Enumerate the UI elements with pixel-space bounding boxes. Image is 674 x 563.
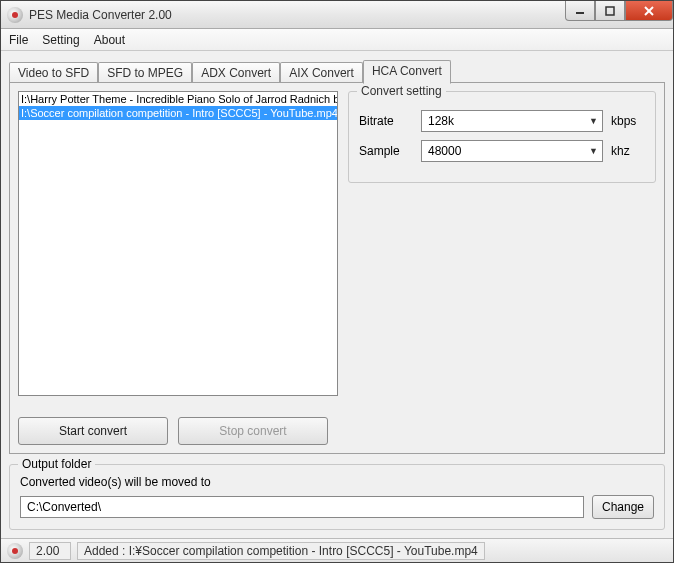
- tab-hca-convert[interactable]: HCA Convert: [363, 60, 451, 84]
- svg-rect-1: [606, 7, 614, 15]
- chevron-down-icon: ▼: [589, 146, 598, 156]
- client-area: Video to SFD SFD to MPEG ADX Convert AIX…: [1, 51, 673, 538]
- change-button[interactable]: Change: [592, 495, 654, 519]
- tab-adx-convert[interactable]: ADX Convert: [192, 62, 280, 83]
- bitrate-combo[interactable]: 128k ▼: [421, 110, 603, 132]
- title-bar: PES Media Converter 2.00: [1, 1, 673, 29]
- app-icon: [7, 7, 23, 23]
- sample-value: 48000: [428, 144, 461, 158]
- start-convert-button[interactable]: Start convert: [18, 417, 168, 445]
- close-icon: [643, 5, 655, 17]
- file-list[interactable]: I:\Harry Potter Theme - Incredible Piano…: [18, 91, 338, 396]
- minimize-button[interactable]: [565, 1, 595, 21]
- bitrate-row: Bitrate 128k ▼ kbps: [359, 110, 645, 132]
- sample-row: Sample 48000 ▼ khz: [359, 140, 645, 162]
- menu-file[interactable]: File: [9, 33, 28, 47]
- sample-label: Sample: [359, 144, 413, 158]
- bitrate-label: Bitrate: [359, 114, 413, 128]
- status-version: 2.00: [29, 542, 71, 560]
- button-row: Start convert Stop convert: [18, 417, 656, 445]
- list-item[interactable]: I:\Harry Potter Theme - Incredible Piano…: [19, 92, 337, 106]
- menu-setting[interactable]: Setting: [42, 33, 79, 47]
- output-folder-legend: Output folder: [18, 457, 95, 471]
- menu-about[interactable]: About: [94, 33, 125, 47]
- output-path-input[interactable]: C:\Converted\: [20, 496, 584, 518]
- tabs-row: Video to SFD SFD to MPEG ADX Convert AIX…: [9, 59, 665, 83]
- stop-convert-button[interactable]: Stop convert: [178, 417, 328, 445]
- convert-settings-group: Convert setting Bitrate 128k ▼ kbps Samp…: [348, 91, 656, 183]
- sample-combo[interactable]: 48000 ▼: [421, 140, 603, 162]
- sample-unit: khz: [611, 144, 645, 158]
- bitrate-unit: kbps: [611, 114, 645, 128]
- maximize-icon: [605, 6, 615, 16]
- window-controls: [565, 1, 673, 21]
- upper-row: I:\Harry Potter Theme - Incredible Piano…: [18, 91, 656, 407]
- maximize-button[interactable]: [595, 1, 625, 21]
- output-row: C:\Converted\ Change: [20, 495, 654, 519]
- window-title: PES Media Converter 2.00: [29, 8, 172, 22]
- close-button[interactable]: [625, 1, 673, 21]
- tab-panel: I:\Harry Potter Theme - Incredible Piano…: [9, 82, 665, 454]
- menu-bar: File Setting About: [1, 29, 673, 51]
- convert-settings-legend: Convert setting: [357, 84, 446, 98]
- status-bar: 2.00 Added : I:¥Soccer compilation compe…: [1, 538, 673, 562]
- output-folder-group: Output folder Converted video(s) will be…: [9, 464, 665, 530]
- tab-sfd-to-mpeg[interactable]: SFD to MPEG: [98, 62, 192, 83]
- app-icon: [7, 543, 23, 559]
- output-hint: Converted video(s) will be moved to: [20, 475, 654, 489]
- minimize-icon: [575, 6, 585, 16]
- tab-aix-convert[interactable]: AIX Convert: [280, 62, 363, 83]
- status-message: Added : I:¥Soccer compilation competitio…: [77, 542, 485, 560]
- app-window: PES Media Converter 2.00 File Setting Ab…: [0, 0, 674, 563]
- list-item[interactable]: I:\Soccer compilation competition - Intr…: [19, 106, 337, 120]
- chevron-down-icon: ▼: [589, 116, 598, 126]
- bitrate-value: 128k: [428, 114, 454, 128]
- tab-video-to-sfd[interactable]: Video to SFD: [9, 62, 98, 83]
